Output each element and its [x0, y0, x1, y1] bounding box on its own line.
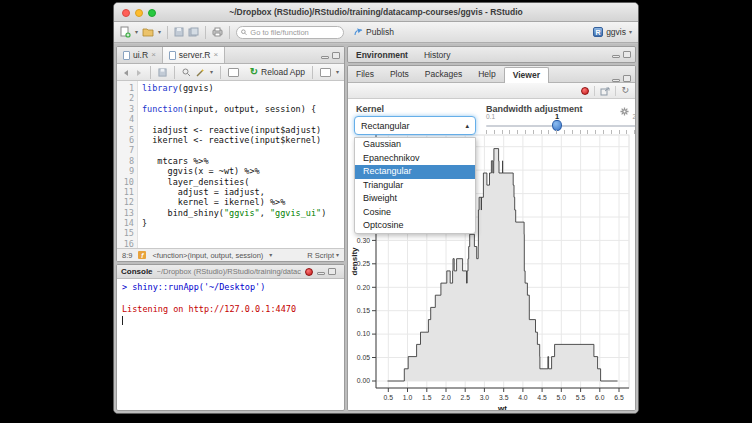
- tab-help[interactable]: Help: [470, 67, 503, 82]
- code-line[interactable]: library(ggvis): [142, 83, 344, 93]
- tab-viewer[interactable]: Viewer: [504, 67, 549, 83]
- open-file-icon[interactable]: [142, 27, 154, 37]
- close-tab-icon[interactable]: ×: [213, 51, 218, 59]
- chevron-up-icon: ▴: [465, 122, 469, 130]
- new-file-caret-icon[interactable]: ▾: [135, 29, 138, 35]
- goto-file-search[interactable]: [236, 26, 344, 39]
- forward-icon[interactable]: [135, 63, 143, 81]
- kernel-option[interactable]: Biweight: [355, 192, 475, 206]
- tab-packages[interactable]: Packages: [417, 67, 470, 82]
- kernel-option[interactable]: Gaussian: [355, 138, 475, 152]
- goto-file-input[interactable]: [250, 28, 339, 37]
- code-editor[interactable]: 12345678910111213141516 library(ggvis) f…: [117, 81, 344, 248]
- stop-icon[interactable]: [305, 268, 313, 276]
- code-line[interactable]: [142, 145, 344, 155]
- console-line: > shiny::runApp('~/Desktop'): [122, 282, 339, 293]
- kernel-option[interactable]: Epanechnikov: [355, 152, 475, 166]
- console-line: [122, 293, 339, 304]
- code-line[interactable]: layer_densities(: [142, 177, 344, 187]
- svg-text:0.10: 0.10: [357, 330, 370, 337]
- code-line[interactable]: [142, 239, 344, 248]
- tab-ui-r[interactable]: ui.R ×: [117, 47, 163, 63]
- kernel-select[interactable]: Rectangular ▴: [354, 116, 476, 135]
- line-number-gutter: 12345678910111213141516: [117, 81, 138, 248]
- open-in-new-window-icon[interactable]: [600, 82, 610, 100]
- save-icon[interactable]: [158, 63, 167, 81]
- code-line[interactable]: ggvis(x = ~wt) %>%: [142, 166, 344, 176]
- close-tab-icon[interactable]: ×: [151, 51, 156, 59]
- close-window-button[interactable]: [122, 9, 130, 17]
- line-number: 11: [117, 187, 134, 197]
- svg-text:3.5: 3.5: [499, 394, 509, 401]
- code-text[interactable]: library(ggvis) function(input, output, s…: [138, 81, 344, 248]
- viewer-pane: Files Plots Packages Help Viewer: [347, 65, 636, 411]
- maximize-pane-icon[interactable]: [623, 51, 631, 58]
- gear-icon[interactable]: [620, 102, 629, 120]
- maximize-pane-icon[interactable]: [328, 268, 336, 275]
- r-file-icon: [169, 51, 176, 60]
- kernel-option[interactable]: Rectangular: [355, 165, 475, 179]
- svg-text:1.0: 1.0: [403, 394, 413, 401]
- reload-app-button[interactable]: ↻ Reload App: [250, 67, 305, 77]
- file-type-selector[interactable]: R Script: [307, 251, 334, 260]
- zoom-window-button[interactable]: [148, 9, 156, 17]
- code-line[interactable]: [142, 228, 344, 238]
- code-line[interactable]: [142, 93, 344, 103]
- titlebar: ~/Dropbox (RStudio)/RStudio/training/dat…: [114, 3, 638, 22]
- tab-environment[interactable]: Environment: [348, 50, 416, 60]
- kernel-option[interactable]: Cosine: [355, 206, 475, 220]
- code-line[interactable]: iadjust <- reactive(input$adjust): [142, 125, 344, 135]
- kernel-label: Kernel: [356, 104, 384, 114]
- code-line[interactable]: mtcars %>%: [142, 156, 344, 166]
- print-icon[interactable]: [212, 27, 223, 37]
- minimize-pane-icon[interactable]: [612, 55, 620, 58]
- save-all-icon[interactable]: [188, 27, 199, 37]
- tab-files[interactable]: Files: [348, 67, 382, 82]
- run-options-caret-icon[interactable]: ▾: [336, 69, 339, 75]
- publish-button[interactable]: Publish: [354, 27, 394, 37]
- code-line[interactable]: function(input, output, session) {: [142, 104, 344, 114]
- bandwidth-slider[interactable]: 0.1 1 2: [486, 113, 636, 139]
- code-line[interactable]: [142, 114, 344, 124]
- compile-icon[interactable]: [228, 68, 239, 77]
- kernel-option[interactable]: Triangular: [355, 179, 475, 193]
- tab-plots[interactable]: Plots: [382, 67, 417, 82]
- code-tools-caret-icon[interactable]: ▾: [210, 69, 213, 75]
- code-line[interactable]: bind_shiny("ggvis", "ggvis_ui"): [142, 208, 344, 218]
- refresh-icon[interactable]: ↻: [621, 86, 629, 95]
- new-file-icon[interactable]: [120, 26, 131, 38]
- minimize-pane-icon[interactable]: [321, 56, 329, 59]
- maximize-pane-icon[interactable]: [332, 52, 340, 59]
- cursor-position: 8:9: [122, 251, 132, 260]
- console-output[interactable]: > shiny::runApp('~/Desktop') Listening o…: [117, 279, 344, 410]
- code-line[interactable]: }: [142, 218, 344, 228]
- tab-history[interactable]: History: [416, 50, 458, 60]
- console-tab[interactable]: Console: [121, 267, 153, 276]
- code-line[interactable]: adjust = iadjust,: [142, 187, 344, 197]
- back-icon[interactable]: [122, 63, 130, 81]
- minimize-pane-icon[interactable]: [612, 79, 620, 82]
- tab-server-r[interactable]: server.R ×: [163, 47, 225, 63]
- open-file-caret-icon[interactable]: ▾: [158, 29, 161, 35]
- code-line[interactable]: ikernel <- reactive(input$kernel): [142, 135, 344, 145]
- find-icon[interactable]: [182, 63, 191, 81]
- code-tools-icon[interactable]: [196, 63, 205, 81]
- code-line[interactable]: kernel = ikernel) %>%: [142, 197, 344, 207]
- svg-text:0.15: 0.15: [357, 307, 370, 314]
- minimize-pane-icon[interactable]: [317, 272, 325, 275]
- save-icon[interactable]: [174, 27, 184, 37]
- scope-selector[interactable]: <function>(input, output, session): [152, 251, 263, 260]
- kernel-option[interactable]: Optcosine: [355, 219, 475, 233]
- project-menu-button[interactable]: R ggvis ▾: [593, 27, 632, 37]
- scope-caret-icon: ▾: [269, 252, 272, 258]
- function-scope-icon: f: [138, 251, 146, 259]
- run-options-icon[interactable]: [320, 68, 331, 77]
- svg-text:4.0: 4.0: [518, 394, 528, 401]
- kernel-selected-value: Rectangular: [361, 121, 410, 131]
- maximize-pane-icon[interactable]: [623, 75, 631, 82]
- window-title: ~/Dropbox (RStudio)/RStudio/training/dat…: [114, 3, 638, 22]
- minimize-window-button[interactable]: [135, 9, 143, 17]
- line-number: 8: [117, 156, 134, 166]
- stop-app-icon[interactable]: [581, 87, 589, 95]
- console-working-directory: ~/Dropbox (RStudio)/RStudio/training/dat…: [157, 267, 301, 276]
